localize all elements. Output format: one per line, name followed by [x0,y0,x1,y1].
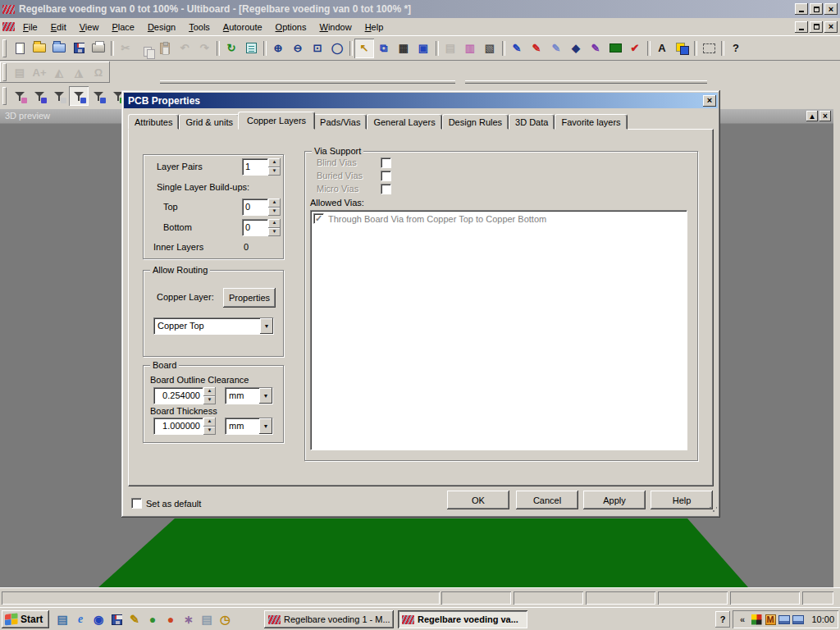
outline-clearance-unit-select[interactable]: mm ▼ [225,387,273,404]
text-increase-icon[interactable]: A+ [30,62,49,82]
minimize-button[interactable] [795,3,808,15]
menu-item[interactable]: Tools [182,20,217,34]
filter-nets-icon[interactable] [30,86,49,106]
spin-up-button[interactable]: ▲ [268,158,281,167]
allowed-vias-list[interactable]: ✓ Through Board Via from Copper Top to C… [310,210,687,450]
zoom-window-icon[interactable]: ⊡ [308,39,327,58]
grid-icon[interactable]: ▦ [394,39,413,58]
journal-icon[interactable]: ▤ [199,611,215,628]
spin-down-button[interactable]: ▼ [268,167,281,176]
menu-item[interactable]: Design [141,20,182,34]
connection-icon[interactable]: ✎ [546,39,566,58]
open-project-icon[interactable] [49,39,69,58]
layer-pairs-value[interactable]: 1 [242,158,268,176]
outline-clearance-value[interactable]: 0.254000 [153,387,203,404]
copper-layer-select[interactable]: Copper Top ▼ [153,317,274,335]
mdi-restore-button[interactable] [810,21,823,33]
tab-favorite-layers[interactable]: Favorite layers [555,114,627,130]
part-icon[interactable]: ▥ [460,39,480,58]
bottom-value[interactable]: 0 [242,219,268,236]
m-app-icon[interactable]: M [765,614,776,625]
lock-icon[interactable]: Ω [89,62,108,82]
cancel-button[interactable]: Cancel [516,491,578,509]
menu-item[interactable]: Place [105,20,141,34]
new-icon[interactable] [10,39,30,58]
spin-down-button[interactable]: ▼ [203,427,216,436]
tab-grid-units[interactable]: Grid & units [179,114,239,130]
network-icon[interactable] [778,614,790,625]
colors-icon[interactable] [672,39,692,58]
drc-check-icon[interactable]: ✔ [625,39,645,58]
via-tool-icon[interactable]: ◆ [566,39,586,58]
paste-icon[interactable] [155,39,175,58]
filter-parts-icon[interactable] [10,86,30,106]
redraw-icon[interactable]: ↻ [221,39,241,58]
menu-item[interactable]: File [16,20,44,34]
filter-copper-icon[interactable] [49,86,69,106]
buried-vias-checkbox[interactable] [381,171,391,181]
mdi-minimize-button[interactable] [795,21,808,33]
backup-icon[interactable] [108,611,125,628]
menu-item[interactable]: Autoroute [217,20,269,34]
spin-down-button[interactable]: ▼ [203,396,216,405]
menu-item[interactable]: Help [358,20,390,34]
zoom-full-icon[interactable]: ◯ [327,39,347,58]
start-button[interactable]: Start [2,610,49,628]
save-icon[interactable] [69,39,89,58]
clock-app-icon[interactable]: ◷ [217,611,233,628]
open-folder-icon[interactable] [30,39,49,58]
tray-help-button[interactable]: ? [715,611,730,628]
panel-close-button[interactable]: × [819,111,831,121]
set-default-checkbox[interactable] [131,498,142,509]
quad-color-icon[interactable] [751,614,762,625]
annotate-icon[interactable]: ✎ [586,39,605,58]
menu-item[interactable]: Edit [44,20,73,34]
spin-up-button[interactable]: ▲ [268,219,281,228]
help-icon[interactable]: ? [726,39,746,58]
menu-item[interactable]: View [73,20,106,34]
chevron-icon[interactable]: « [737,614,748,625]
hand-tool-icon[interactable]: ∗ [180,611,197,628]
taskbar-task-2[interactable]: Regelbare voeding va... [398,610,527,628]
notes-icon[interactable]: ✎ [126,611,143,628]
tab-copper-layers[interactable]: Copper Layers [238,112,315,130]
tab-pads-vias[interactable]: Pads/Vias [313,114,367,130]
zoom-out-icon[interactable]: ⊖ [288,39,308,58]
package-icon[interactable]: ▤ [441,39,460,58]
zoom-in-icon[interactable]: ⊕ [268,39,288,58]
spin-down-button[interactable]: ▼ [268,228,281,237]
flip-vertical-icon[interactable]: ◭ [49,62,69,82]
edit-properties-icon[interactable]: ▤ [10,62,30,82]
top-value[interactable]: 0 [242,199,268,216]
draw-line-icon[interactable]: ✎ [507,39,527,58]
spin-up-button[interactable]: ▲ [203,387,216,396]
dialog-close-button[interactable]: × [703,95,716,107]
tab-3d-data[interactable]: 3D Data [509,114,555,130]
flip-horizontal-icon[interactable]: ◮ [69,62,89,82]
redo-icon[interactable]: ↷ [194,39,214,58]
thickness-unit-select[interactable]: mm ▼ [225,418,273,435]
select-arrow-icon[interactable]: ↖ [354,39,374,58]
taskbar-task-1[interactable]: Regelbare voeding 1 - M... [264,610,394,628]
copper-area-icon[interactable] [605,39,625,58]
via-checkbox[interactable]: ✓ [313,213,324,224]
internet-explorer-icon[interactable]: e [72,611,89,628]
tab-design-rules[interactable]: Design Rules [442,114,509,130]
properties-button[interactable]: Properties [223,288,276,308]
cut-icon[interactable]: ✂ [116,39,135,58]
component-icon[interactable]: ▣ [413,39,433,58]
menu-item[interactable]: Window [313,20,358,34]
network-icon-2[interactable] [792,614,804,625]
close-button[interactable]: × [824,3,838,15]
spin-down-button[interactable]: ▼ [268,208,281,217]
allowed-via-item[interactable]: ✓ Through Board Via from Copper Top to C… [311,211,687,226]
tab-attributes[interactable]: Attributes [128,114,179,130]
collapse-button[interactable]: ▴ [806,111,818,121]
filter-smd-icon[interactable] [89,86,108,106]
selection-rect-icon[interactable] [699,39,719,58]
follow-me-icon[interactable]: ✎ [527,39,546,58]
sheet-properties-icon[interactable] [241,39,261,58]
copy-icon[interactable] [135,39,155,58]
dropdown-arrow-icon[interactable]: ▼ [260,318,273,334]
blind-vias-checkbox[interactable] [381,158,391,168]
